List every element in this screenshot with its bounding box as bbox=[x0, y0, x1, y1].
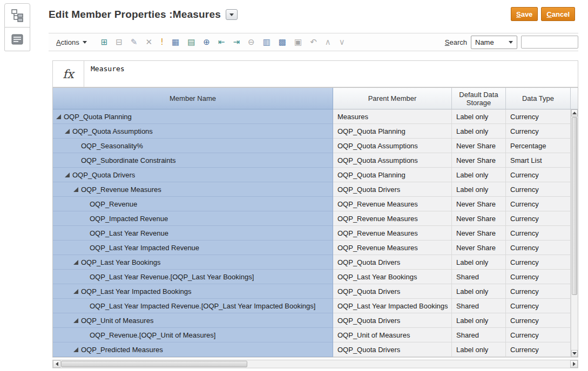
cancel-button[interactable]: Cancel bbox=[541, 7, 575, 21]
default-data-storage-cell[interactable]: Label only bbox=[452, 168, 506, 182]
member-name-cell[interactable]: OQP_Quota Planning bbox=[53, 109, 333, 124]
assign-grid-icon[interactable]: ▦ bbox=[172, 38, 179, 46]
formula-value[interactable]: Measures bbox=[84, 61, 131, 87]
data-type-cell[interactable]: Currency bbox=[506, 313, 571, 328]
parent-member-cell[interactable]: OQP_Revenue Measures bbox=[333, 197, 452, 211]
search-input[interactable] bbox=[521, 36, 578, 49]
parent-member-cell[interactable]: OQP_Revenue Measures bbox=[333, 211, 452, 226]
default-data-storage-cell[interactable]: Label only bbox=[452, 109, 506, 124]
data-type-cell[interactable]: Currency bbox=[506, 182, 571, 197]
table-row[interactable]: OQP_RevenueOQP_Revenue MeasuresNever Sha… bbox=[53, 197, 578, 211]
default-data-storage-cell[interactable]: Shared bbox=[452, 270, 506, 284]
table-row[interactable]: OQP_Last Year Revenue.[OQP_Last Year Boo… bbox=[53, 270, 578, 284]
table-row[interactable]: OQP_Revenue.[OQP_Unit of Measures]OQP_Un… bbox=[53, 328, 578, 342]
data-type-cell[interactable]: Currency bbox=[506, 255, 571, 270]
zoom-in-icon[interactable]: ⊕ bbox=[203, 38, 210, 46]
add-child-icon[interactable]: ⊞ bbox=[101, 38, 108, 46]
parent-member-cell[interactable]: OQP_Quota Drivers bbox=[333, 313, 452, 328]
parent-member-cell[interactable]: OQP_Quota Drivers bbox=[333, 284, 452, 299]
table-row[interactable]: OQP_Last Year BookingsOQP_Quota DriversL… bbox=[53, 255, 578, 270]
table-row[interactable]: OQP_Seasonality%OQP_Quota AssumptionsNev… bbox=[53, 139, 578, 153]
member-name-cell[interactable]: OQP_Last Year Revenue bbox=[53, 226, 333, 241]
data-type-cell[interactable]: Currency bbox=[506, 124, 571, 139]
default-data-storage-cell[interactable]: Never Share bbox=[452, 153, 506, 168]
member-name-cell[interactable]: OQP_Quota Drivers bbox=[53, 168, 333, 182]
parent-member-cell[interactable]: OQP_Quota Drivers bbox=[333, 182, 452, 197]
member-name-cell[interactable]: OQP_Last Year Bookings bbox=[53, 255, 333, 270]
collapse-node-icon[interactable] bbox=[73, 260, 78, 265]
collapse-all-icon[interactable]: ⇤ bbox=[218, 38, 225, 46]
parent-member-cell[interactable]: OQP_Quota Planning bbox=[333, 124, 452, 139]
parent-member-cell[interactable]: OQP_Quota Assumptions bbox=[333, 139, 452, 153]
table-row[interactable]: OQP_Last Year Impacted RevenueOQP_Revenu… bbox=[53, 241, 578, 255]
horizontal-scrollbar-thumb[interactable] bbox=[61, 361, 247, 367]
remove-column-icon[interactable]: ▩ bbox=[279, 38, 286, 46]
data-type-cell[interactable]: Currency bbox=[506, 270, 571, 284]
save-button[interactable]: Save bbox=[511, 7, 538, 21]
parent-member-cell[interactable]: OQP_Quota Assumptions bbox=[333, 153, 452, 168]
parent-member-cell[interactable]: OQP_Revenue Measures bbox=[333, 241, 452, 255]
member-name-cell[interactable]: OQP_Unit of Measures bbox=[53, 313, 333, 328]
default-data-storage-cell[interactable]: Never Share bbox=[452, 226, 506, 241]
member-name-cell[interactable]: OQP_Subordinate Constraints bbox=[53, 153, 333, 168]
detach-icon[interactable]: ▣ bbox=[294, 38, 302, 46]
table-row[interactable]: OQP_Impacted RevenueOQP_Revenue Measures… bbox=[53, 211, 578, 226]
edit-member-icon[interactable]: ✎ bbox=[131, 38, 138, 46]
undo-icon[interactable]: ↶ bbox=[310, 38, 317, 46]
collapse-node-icon[interactable] bbox=[65, 173, 70, 177]
parent-member-cell[interactable]: Measures bbox=[333, 109, 452, 124]
member-name-cell[interactable]: OQP_Last Year Impacted Bookings bbox=[53, 284, 333, 299]
default-data-storage-cell[interactable]: Never Share bbox=[452, 197, 506, 211]
data-type-cell[interactable]: Currency bbox=[506, 197, 571, 211]
hierarchy-view-tab[interactable] bbox=[4, 3, 30, 28]
member-name-cell[interactable]: OQP_Impacted Revenue bbox=[53, 211, 333, 226]
data-type-cell[interactable]: Currency bbox=[506, 168, 571, 182]
data-type-cell[interactable]: Currency bbox=[506, 284, 571, 299]
move-up-icon[interactable]: ∧ bbox=[325, 38, 331, 46]
member-name-cell[interactable]: OQP_Last Year Revenue.[OQP_Last Year Boo… bbox=[53, 270, 333, 284]
member-name-cell[interactable]: OQP_Revenue.[OQP_Unit of Measures] bbox=[53, 328, 333, 342]
collapse-node-icon[interactable] bbox=[65, 129, 70, 134]
horizontal-scrollbar[interactable] bbox=[52, 360, 578, 368]
parent-member-cell[interactable]: OQP_Last Year Impacted Bookings bbox=[333, 299, 452, 313]
delete-icon[interactable]: ✕ bbox=[145, 38, 152, 46]
data-type-cell[interactable]: Currency bbox=[506, 226, 571, 241]
member-selector-dropdown-button[interactable] bbox=[226, 9, 238, 20]
default-data-storage-cell[interactable]: Shared bbox=[452, 299, 506, 313]
table-row[interactable]: OQP_Subordinate ConstraintsOQP_Quota Ass… bbox=[53, 153, 578, 168]
parent-member-cell[interactable]: OQP_Quota Drivers bbox=[333, 342, 452, 357]
parent-member-cell[interactable]: OQP_Quota Planning bbox=[333, 168, 452, 182]
actions-menu-button[interactable]: Actions bbox=[56, 38, 87, 46]
data-type-cell[interactable]: Currency bbox=[506, 342, 571, 357]
table-row[interactable]: OQP_Quota AssumptionsOQP_Quota PlanningL… bbox=[53, 124, 578, 139]
data-type-cell[interactable]: Currency bbox=[506, 211, 571, 226]
table-row[interactable]: OQP_Last Year RevenueOQP_Revenue Measure… bbox=[53, 226, 578, 241]
member-name-cell[interactable]: OQP_Last Year Impacted Revenue bbox=[53, 241, 333, 255]
member-name-cell[interactable]: OQP_Revenue bbox=[53, 197, 333, 211]
column-header-default-data-storage[interactable]: Default Data Storage bbox=[452, 88, 506, 109]
default-data-storage-cell[interactable]: Label only bbox=[452, 342, 506, 357]
data-type-cell[interactable]: Currency bbox=[506, 299, 571, 313]
table-row[interactable]: OQP_Last Year Impacted BookingsOQP_Quota… bbox=[53, 284, 578, 299]
validate-icon[interactable]: ! bbox=[160, 38, 164, 46]
default-data-storage-cell[interactable]: Never Share bbox=[452, 211, 506, 226]
scroll-up-button[interactable] bbox=[571, 109, 578, 116]
data-type-cell[interactable]: Percentage bbox=[506, 139, 571, 153]
parent-member-cell[interactable]: OQP_Quota Drivers bbox=[333, 255, 452, 270]
zoom-out-icon[interactable]: ⊖ bbox=[248, 38, 255, 46]
table-row[interactable]: OQP_Last Year Impacted Revenue.[OQP_Last… bbox=[53, 299, 578, 313]
collapse-node-icon[interactable] bbox=[73, 187, 78, 192]
data-type-cell[interactable]: Smart List bbox=[506, 153, 571, 168]
column-header-member-name[interactable]: Member Name bbox=[53, 88, 333, 109]
member-name-cell[interactable]: OQP_Predicted Measures bbox=[53, 342, 333, 357]
column-header-data-type[interactable]: Data Type bbox=[506, 88, 571, 109]
default-data-storage-cell[interactable]: Label only bbox=[452, 255, 506, 270]
scroll-left-button[interactable] bbox=[53, 360, 60, 368]
member-name-cell[interactable]: OQP_Last Year Impacted Revenue.[OQP_Last… bbox=[53, 299, 333, 313]
collapse-node-icon[interactable] bbox=[73, 318, 78, 323]
vertical-scrollbar-thumb[interactable] bbox=[572, 117, 577, 295]
freeze-columns-icon[interactable]: ▥ bbox=[263, 38, 271, 46]
member-name-cell[interactable]: OQP_Seasonality% bbox=[53, 139, 333, 153]
collapse-node-icon[interactable] bbox=[73, 289, 78, 294]
remove-member-icon[interactable]: ⊟ bbox=[116, 38, 123, 46]
